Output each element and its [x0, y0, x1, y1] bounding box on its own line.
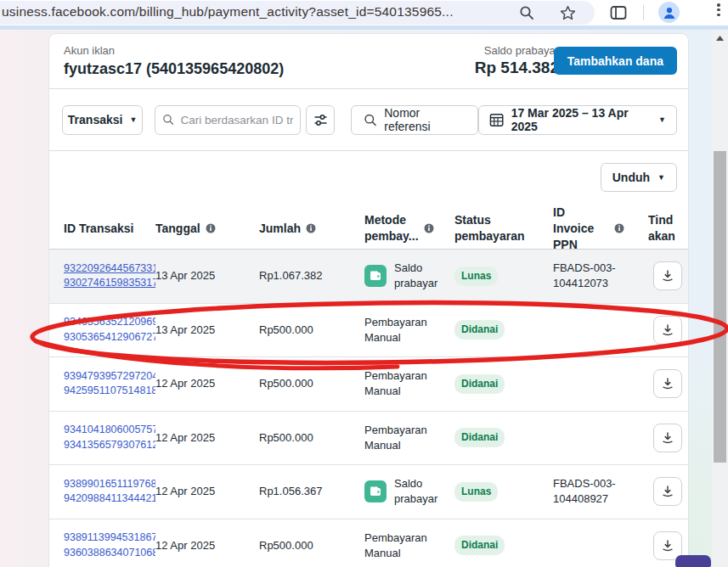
table-row: 9322092644567331 9302746159835317 13 Apr…	[49, 250, 688, 304]
amount-cell: Rp500.000	[259, 323, 364, 338]
payment-method-label: Pembayaran Manual	[364, 423, 422, 453]
transaction-type-label: Transaksi	[68, 113, 123, 126]
reference-number-button[interactable]: Nomor referensi	[351, 105, 479, 135]
row-download-button[interactable]	[653, 369, 682, 398]
transaction-id-link[interactable]: 9322092644567331	[64, 261, 155, 277]
chat-widget-chip[interactable]	[675, 555, 711, 567]
chevron-down-icon: ▼	[657, 173, 665, 182]
invoice-cell: FBADS-003-104412073	[553, 261, 631, 291]
amount-cell: Rp500.000	[259, 430, 364, 446]
browser-toolbar: usiness.facebook.com/billing_hub/payment…	[0, 0, 728, 25]
row-download-button[interactable]	[653, 316, 682, 345]
page-gutter	[688, 30, 712, 567]
scroll-up-arrow-icon[interactable]	[712, 30, 728, 47]
status-cell: Didanai	[454, 320, 553, 340]
column-header-metode-pembayaran[interactable]: Metode pembay...	[364, 212, 454, 244]
download-icon	[661, 269, 674, 283]
filter-bar: Transaksi ▼ Cari berdasarkan ID tran Nom…	[49, 89, 688, 151]
info-icon[interactable]	[614, 223, 624, 233]
info-icon[interactable]	[424, 223, 434, 233]
column-header-tanggal[interactable]: Tanggal	[155, 221, 259, 237]
transaction-id-link[interactable]: 9394793957297204	[64, 369, 155, 385]
transaction-id-link[interactable]: 9420988411344421	[64, 491, 155, 507]
column-header-tindakan[interactable]: Tindakan	[648, 212, 675, 244]
transaction-id-link[interactable]: 9346556352120969	[64, 315, 155, 330]
filter-settings-button[interactable]	[306, 105, 335, 135]
transaction-id-cell: 9389113994531867 9360388634071068	[64, 531, 155, 560]
add-funds-button[interactable]: Tambahkan dana	[554, 47, 677, 75]
scrollbar-thumb[interactable]	[714, 151, 726, 463]
table-toolbar: Unduh ▼	[49, 151, 688, 205]
transaction-id-cell: 9394793957297204 9425951107514818	[64, 369, 155, 399]
transaction-id-link[interactable]: 9341356579307612	[64, 438, 155, 453]
chevron-down-icon: ▼	[658, 115, 666, 124]
transaction-id-link[interactable]: 9360388634071068	[64, 546, 155, 561]
download-icon	[661, 377, 674, 390]
payment-method-cell: Pembayaran Manual	[364, 315, 454, 345]
download-dropdown-button[interactable]: Unduh ▼	[601, 163, 677, 192]
profile-avatar[interactable]	[658, 2, 680, 23]
amount-cell: Rp1.056.367	[259, 484, 364, 499]
download-icon	[661, 539, 674, 553]
transaction-id-cell: 9341041806005757 9341356579307612	[64, 423, 155, 452]
search-icon	[162, 113, 174, 126]
column-header-id-invoice-ppn[interactable]: ID Invoice PPN	[553, 205, 648, 253]
side-panel-icon[interactable]	[608, 3, 629, 23]
transaction-id-cell: 9322092644567331 9302746159835317	[64, 261, 155, 291]
date-cell: 12 Apr 2025	[155, 484, 259, 499]
payment-method-label: Pembayaran Manual	[364, 368, 422, 399]
row-download-button[interactable]	[653, 424, 682, 452]
action-cell	[648, 424, 682, 452]
table-header-row: ID Transaksi Tanggal Jumlah Metode pemba…	[49, 205, 688, 250]
row-download-button[interactable]	[653, 477, 682, 506]
payment-method-cell: Saldo prabayar	[364, 476, 454, 507]
status-badge: Didanai	[454, 536, 505, 555]
browser-menu-icon[interactable]	[714, 2, 724, 18]
balance-label: Saldo prabayar	[484, 44, 559, 57]
info-icon[interactable]	[206, 223, 216, 233]
date-range-picker[interactable]: 17 Mar 2025 – 13 Apr 2025 ▼	[478, 105, 677, 135]
date-cell: 12 Apr 2025	[155, 430, 259, 446]
transaction-id-link[interactable]: 9341041806005757	[64, 423, 155, 438]
payment-method-label: Pembayaran Manual	[364, 315, 422, 345]
payment-method-label: Saldo prabayar	[394, 476, 452, 507]
transaction-id-link[interactable]: 9305365412906727	[64, 330, 155, 345]
search-icon[interactable]	[516, 3, 537, 23]
payment-method-cell: Pembayaran Manual	[364, 368, 454, 399]
status-cell: Didanai	[454, 536, 553, 555]
transaction-id-link[interactable]: 9389113994531867	[64, 531, 155, 546]
invoice-cell: FBADS-003-104408927	[553, 476, 631, 507]
amount-cell: Rp500.000	[259, 376, 364, 391]
date-cell: 13 Apr 2025	[155, 268, 259, 284]
column-header-jumlah[interactable]: Jumlah	[259, 221, 364, 237]
calendar-icon	[489, 112, 504, 127]
transaction-id-cell: 9346556352120969 9305365412906727	[64, 315, 155, 345]
transaction-id-link[interactable]: 9302746159835317	[64, 276, 155, 291]
table-row: 9394793957297204 9425951107514818 12 Apr…	[49, 357, 688, 412]
table-row: 9389113994531867 9360388634071068 12 Apr…	[49, 519, 688, 567]
column-header-id-transaksi[interactable]: ID Transaksi	[64, 221, 155, 237]
bookmark-star-icon[interactable]	[557, 3, 578, 23]
page-scrollbar[interactable]	[712, 30, 728, 567]
status-badge: Didanai	[454, 428, 505, 447]
account-label: Akun iklan	[64, 44, 115, 57]
download-icon	[661, 323, 674, 337]
transaction-type-dropdown[interactable]: Transaksi ▼	[62, 105, 143, 135]
row-download-button[interactable]	[653, 261, 682, 290]
search-input[interactable]: Cari berdasarkan ID tran	[155, 105, 301, 135]
amount-cell: Rp500.000	[259, 538, 364, 553]
info-icon[interactable]	[306, 223, 316, 233]
payment-method-label: Pembayaran Manual	[364, 531, 422, 561]
table-row: 9346556352120969 9305365412906727 13 Apr…	[49, 304, 688, 358]
column-header-status-pembayaran[interactable]: Status pembayaran	[454, 212, 553, 244]
status-badge: Lunas	[454, 267, 498, 286]
transaction-id-link[interactable]: 9425951107514818	[64, 384, 155, 399]
transaction-id-link[interactable]: 9389901651119768	[64, 477, 155, 492]
status-cell: Didanai	[454, 428, 553, 447]
account-name: fyutzasc17 (540135965420802)	[64, 60, 284, 78]
date-cell: 12 Apr 2025	[155, 538, 259, 553]
url-text[interactable]: usiness.facebook.com/billing_hub/payment…	[2, 4, 454, 20]
download-icon	[661, 485, 674, 498]
status-badge: Lunas	[454, 482, 498, 502]
status-cell: Lunas	[454, 267, 553, 286]
